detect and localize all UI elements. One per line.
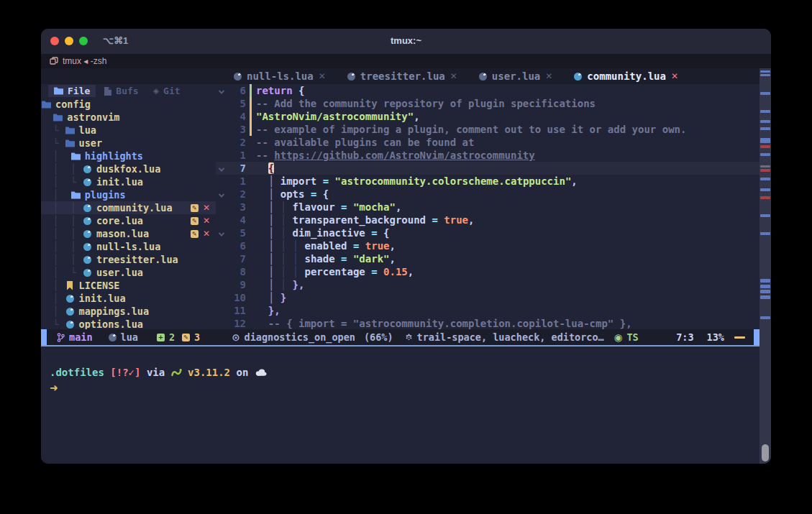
scrollbar-thumb[interactable] (762, 444, 769, 462)
tree-item-null-ls.lua[interactable]: │ │ null-ls.lua (41, 240, 216, 253)
tree-item-label: highlights (85, 150, 143, 162)
git-sign-column (246, 162, 256, 175)
code-text: }, (256, 305, 280, 316)
tree-item-treesitter.lua[interactable]: │ │ treesitter.lua (41, 253, 216, 266)
fold-column[interactable] (216, 188, 227, 200)
git-status-badges: ✎✕ (191, 203, 216, 213)
tree-item-label: astronvim (67, 111, 119, 123)
file-icon (104, 87, 111, 96)
fold-chevron-icon[interactable] (219, 165, 224, 171)
buffer-tab-null-ls.lua[interactable]: null-ls.lua✕ (223, 68, 337, 84)
fold-chevron-icon[interactable] (219, 88, 224, 93)
fold-chevron-icon[interactable] (219, 191, 224, 197)
code-line[interactable]: 4"AstroNvim/astrocommunity", (216, 110, 759, 123)
line-number: 4 (227, 111, 246, 122)
git-sign-column (246, 317, 256, 329)
code-line[interactable]: 9 │ │ }, (216, 278, 759, 291)
code-line[interactable]: 10 │ } (216, 291, 759, 304)
code-line[interactable]: 2-- available plugins can be found at (216, 136, 759, 149)
lua-icon (83, 269, 91, 277)
code-line[interactable]: 1 │ import = "astrocommunity.colorscheme… (216, 175, 759, 188)
tree-item-options.lua[interactable]: └ options.lua (41, 318, 216, 329)
code-line[interactable]: 6return { (216, 84, 759, 97)
tree-item-lua[interactable]: └ lua (41, 124, 216, 137)
terminal-tab-title[interactable]: tmux ◂ -zsh (63, 56, 106, 66)
tree-item-astronvim[interactable]: astronvim (41, 111, 216, 124)
close-icon[interactable]: ✕ (545, 71, 552, 81)
code-line[interactable]: 5 │ │ dim_inactive = { (216, 226, 759, 239)
git-added-count[interactable]: + 2 (157, 331, 175, 343)
tree-item-user[interactable]: └ user (41, 137, 216, 150)
buffer-tab-user.lua[interactable]: user.lua✕ (468, 68, 564, 84)
scrollbar-track[interactable] (759, 68, 771, 464)
tree-item-init.lua[interactable]: │ └ init.lua (41, 175, 216, 188)
git-sign-column (246, 84, 256, 97)
code-line[interactable]: 12 -- { import = "astrocommunity.complet… (216, 317, 759, 329)
code-line[interactable]: 7 { (216, 162, 759, 175)
code-line[interactable]: 1-- https://github.com/AstroNvim/astroco… (216, 149, 759, 162)
nvim-pane: null-ls.lua✕treesitter.lua✕user.lua✕comm… (41, 68, 759, 345)
code-line[interactable]: 11 }, (216, 304, 759, 317)
fold-column[interactable] (216, 227, 227, 239)
code-text: │ │ │ percentage = 0.15, (256, 266, 414, 277)
tree-item-duskfox.lua[interactable]: │ │ duskfox.lua (41, 162, 216, 175)
neotree-tab-bufs[interactable]: Bufs (99, 85, 144, 97)
close-icon[interactable]: ✕ (450, 71, 457, 81)
git-icon: ◈ (153, 86, 159, 96)
buffer-tab-treesitter.lua[interactable]: treesitter.lua✕ (337, 68, 468, 84)
line-number: 12 (227, 318, 246, 329)
fold-column[interactable] (216, 85, 227, 96)
tree-item-LICENSE[interactable]: │ LICENSE (41, 279, 216, 292)
close-icon[interactable]: ✕ (671, 71, 678, 81)
tree-item-plugins[interactable]: │ plugins (41, 188, 216, 201)
code-line[interactable]: 8 │ │ │ percentage = 0.15, (216, 265, 759, 278)
scrollbar-mark (760, 279, 770, 283)
lua-icon (83, 165, 91, 173)
buffer-tab-label: user.lua (492, 70, 540, 82)
git-changed-count[interactable]: ✎ 3 (182, 331, 200, 343)
lua-icon (83, 204, 91, 212)
tree-item-community.lua[interactable]: │ │ community.lua✎✕ (41, 201, 216, 214)
tree-item-config[interactable]: config (41, 98, 216, 111)
line-number: 5 (227, 227, 246, 239)
fold-chevron-icon[interactable] (219, 230, 224, 236)
tree-item-highlights[interactable]: │ highlights (41, 150, 216, 162)
line-number: 9 (227, 279, 246, 290)
scrollbar-mark (760, 138, 770, 143)
shell-pane[interactable]: .dotfiles [!?✓] via v3.11.2 on ➜ (41, 347, 759, 464)
code-line[interactable]: 6 │ │ │ enabled = true, (216, 239, 759, 252)
buffer-tab-community.lua[interactable]: community.lua✕ (563, 68, 689, 84)
git-branch[interactable]: main (57, 331, 93, 343)
tree-guide: │ (41, 150, 70, 162)
tree-guide: └ (41, 124, 65, 136)
scrollbar-mark (760, 92, 770, 95)
code-line[interactable]: 7 │ │ │ shade = "dark", (216, 252, 759, 265)
neotree-tab-git[interactable]: ◈Git (147, 85, 186, 97)
tree-item-label: user.lua (96, 267, 143, 278)
tree-item-mappings.lua[interactable]: │ mappings.lua (41, 305, 216, 318)
code-line[interactable]: 3-- example of imporing a plugin, commen… (216, 123, 759, 136)
code-line[interactable]: 5-- Add the community repository of plug… (216, 97, 759, 110)
code-line[interactable]: 3 │ │ flavour = "mocha", (216, 201, 759, 214)
treesitter-icon: ◉ (614, 331, 623, 343)
lua-icon (574, 73, 582, 81)
scrollbar-mark (760, 120, 770, 123)
scrollbar-mark (760, 232, 770, 235)
tree-item-label: null-ls.lua (96, 241, 160, 252)
tree-item-core.lua[interactable]: │ │ core.lua✎✕ (41, 214, 216, 227)
fold-column[interactable] (216, 162, 227, 174)
tree-item-init.lua[interactable]: │ init.lua (41, 292, 216, 305)
close-icon[interactable]: ✕ (319, 71, 326, 81)
code-line[interactable]: 4 │ │ transparent_background = true, (216, 214, 759, 226)
git-sign-column (246, 136, 256, 149)
line-number: 4 (227, 214, 246, 226)
git-sign-column (246, 149, 256, 162)
tree-item-label: LICENSE (79, 280, 120, 291)
code-line[interactable]: 2 │ opts = { (216, 188, 759, 201)
session-icon (50, 57, 58, 65)
code-editor[interactable]: 6return {5-- Add the community repositor… (216, 84, 759, 329)
tree-item-user.lua[interactable]: │ └ user.lua (41, 266, 216, 279)
neotree-tab-file[interactable]: File (48, 85, 96, 97)
terminal-tab-bar: tmux ◂ -zsh (41, 54, 771, 68)
tree-item-mason.lua[interactable]: │ │ mason.lua✎✕ (41, 227, 216, 240)
